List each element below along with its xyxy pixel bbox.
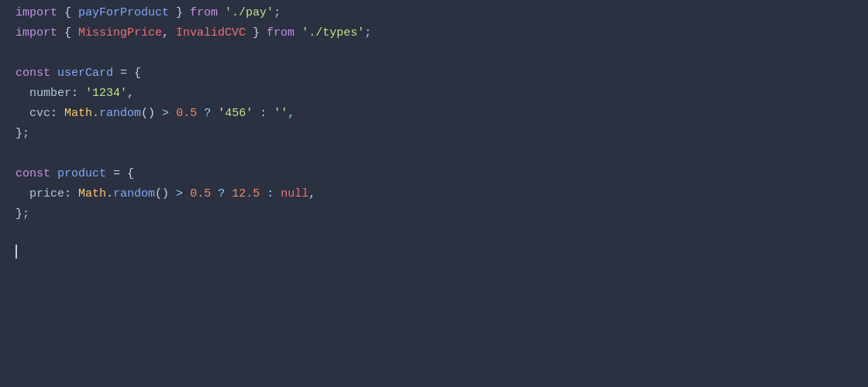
token-plain: } — [169, 3, 190, 23]
token-semicolon: ; — [22, 124, 29, 144]
token-identifier-err: MissingPrice — [78, 23, 162, 43]
token-operator: : — [260, 184, 281, 204]
code-line-10: price: Math.random() > 0.5 ? 12.5 : null… — [0, 184, 868, 204]
token-string: '456' — [218, 104, 253, 124]
token-plain: () — [141, 104, 155, 124]
code-line-9: const product = { — [0, 164, 868, 184]
token-kw-import: import — [16, 23, 57, 43]
token-kw-from: from — [267, 23, 294, 43]
token-plain: { — [57, 23, 78, 43]
code-line-4: const userCard = { — [0, 63, 868, 84]
token-string: './pay' — [225, 3, 274, 23]
code-line-1: import { payForProduct } from './pay'; — [0, 3, 868, 23]
code-line-13 — [0, 245, 868, 265]
token-kw-const: const — [16, 164, 50, 184]
token-plain: } — [16, 204, 22, 224]
token-plain: = { — [106, 164, 134, 184]
token-plain — [50, 164, 57, 184]
token-plain — [16, 104, 29, 124]
token-identifier: payForProduct — [78, 3, 169, 23]
token-plain: . — [92, 104, 99, 124]
code-line-5: number: '1234', — [0, 84, 868, 104]
token-operator: ? — [211, 184, 232, 204]
token-plain: = { — [113, 63, 141, 84]
token-kw-import: import — [16, 3, 57, 23]
token-semicolon: ; — [364, 23, 371, 43]
token-identifier-err: InvalidCVC — [176, 23, 246, 43]
token-semicolon: ; — [274, 3, 281, 23]
token-identifier: product — [57, 164, 106, 184]
token-operator: > — [169, 184, 190, 204]
token-plain: : — [64, 184, 78, 204]
token-kw-from: from — [190, 3, 218, 23]
token-plain: } — [246, 23, 267, 43]
token-comma: , — [308, 184, 315, 204]
token-plain — [218, 3, 225, 23]
token-property: cvc — [29, 104, 50, 124]
token-string: './types' — [301, 23, 364, 43]
code-line-2: import { MissingPrice, InvalidCVC } from… — [0, 23, 868, 43]
token-semicolon: ; — [22, 204, 29, 224]
code-line-8 — [0, 144, 868, 164]
token-property: number — [29, 84, 71, 104]
token-plain: { — [57, 3, 78, 23]
token-operator: > — [155, 104, 176, 124]
token-math-obj: Math — [64, 104, 92, 124]
code-line-3 — [0, 43, 868, 63]
token-plain — [16, 84, 29, 104]
token-operator: : — [253, 104, 274, 124]
token-string: '' — [274, 104, 288, 124]
code-editor[interactable]: import { payForProduct } from './pay';im… — [0, 0, 868, 387]
token-plain: . — [106, 184, 113, 204]
token-plain: : — [50, 104, 64, 124]
token-comma: , — [288, 104, 294, 124]
code-line-11: }; — [0, 204, 868, 224]
token-property: price — [29, 184, 64, 204]
token-plain — [294, 23, 301, 43]
token-random-fn: random — [99, 104, 141, 124]
token-plain — [50, 63, 57, 84]
token-operator: ? — [197, 104, 218, 124]
token-string: '1234' — [85, 84, 127, 104]
token-kw-const: const — [16, 63, 50, 84]
token-plain: } — [16, 124, 22, 144]
token-number-lit: 0.5 — [190, 184, 211, 204]
token-number-lit: 0.5 — [176, 104, 197, 124]
token-null-kw: null — [281, 184, 308, 204]
code-line-12 — [0, 224, 868, 245]
token-number-lit: 12.5 — [232, 184, 260, 204]
code-line-6: cvc: Math.random() > 0.5 ? '456' : '', — [0, 104, 868, 124]
code-line-7: }; — [0, 124, 868, 144]
token-plain: : — [71, 84, 85, 104]
token-plain: () — [155, 184, 169, 204]
token-plain — [16, 184, 29, 204]
token-plain: , — [162, 23, 176, 43]
token-math-obj: Math — [78, 184, 106, 204]
token-random-fn: random — [113, 184, 155, 204]
token-identifier: userCard — [57, 63, 113, 84]
token-comma: , — [127, 84, 134, 104]
text-cursor — [16, 245, 17, 259]
